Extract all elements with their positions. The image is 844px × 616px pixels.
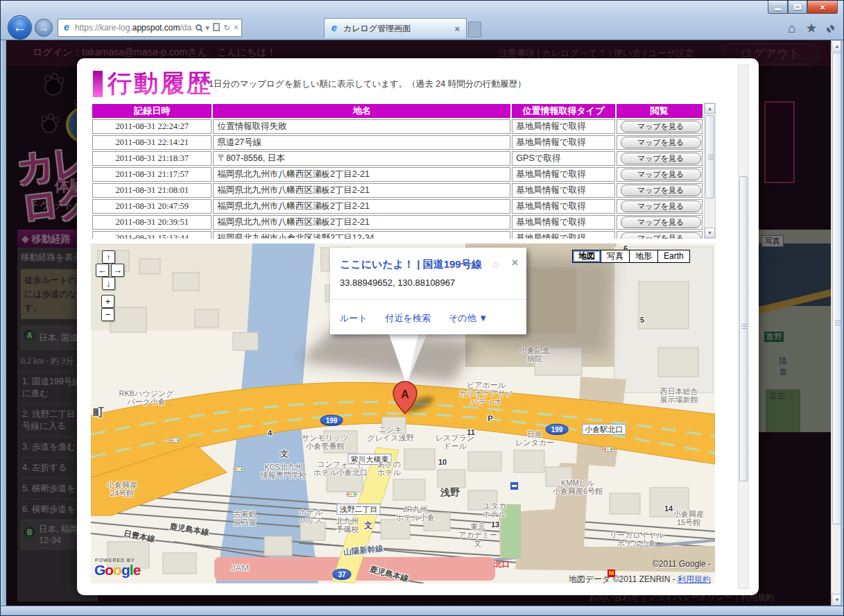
table-row: 2011-08-31 20:47:59福岡県北九州市八幡西区瀬板2丁目2-21基…	[92, 199, 703, 214]
bookmark-star-icon[interactable]: ☆	[491, 259, 500, 271]
terms-link[interactable]: 利用規約	[678, 574, 711, 583]
pan-left-button[interactable]: ←	[96, 264, 109, 277]
stop-button[interactable]: ×	[234, 23, 239, 33]
home-icon[interactable]: ⌂	[784, 20, 800, 37]
cell-place-name: 福岡県北九州市八幡西区瀬板2丁目2-21	[213, 183, 510, 198]
gear-icon	[827, 25, 834, 33]
zoom-out-button[interactable]: −	[101, 308, 114, 321]
window-frame-right	[841, 40, 843, 616]
zoom-in-button[interactable]: +	[101, 295, 114, 308]
ie-favicon: e	[61, 22, 72, 33]
google-logo-letter: g	[121, 562, 130, 578]
window-maximize-button[interactable]	[788, 1, 807, 14]
search-icon[interactable]	[196, 23, 202, 33]
url-domain: appspot.com	[132, 23, 180, 33]
address-bar[interactable]: e https://kare-log.appspot.com/dashboard…	[58, 19, 242, 37]
history-table-body: 2011-08-31 22:24:27位置情報取得失敗基地局情報で取得マップを見…	[92, 119, 703, 239]
tab-close-button[interactable]: ×	[452, 24, 462, 34]
cell-record-time: 2011-08-31 21:17:57	[92, 167, 212, 182]
column-header-place: 地名	[213, 104, 510, 118]
refresh-button[interactable]: ↻	[223, 23, 230, 33]
tab-favicon: e	[329, 23, 340, 34]
cell-record-time: 2011-08-31 21:08:01	[92, 183, 212, 198]
table-header-row: 記録日時 地名 位置情報取得タイプ 閲覧	[92, 104, 703, 118]
info-window-close-icon[interactable]: ×	[512, 257, 518, 269]
column-header-type: 位置情報取得タイプ	[512, 104, 614, 118]
forward-arrow-icon: →	[39, 22, 49, 33]
google-logo-letter: G	[94, 562, 105, 578]
compatibility-view-icon[interactable]	[213, 23, 220, 33]
modal-title: 行動履歴	[107, 67, 213, 100]
view-map-button[interactable]: マップを見る	[621, 121, 701, 132]
view-map-button[interactable]: マップを見る	[621, 232, 701, 239]
view-map-button[interactable]: マップを見る	[621, 200, 701, 212]
view-map-button[interactable]: マップを見る	[621, 137, 701, 148]
search-dropdown-icon[interactable]: ▾	[205, 23, 209, 33]
cell-record-time: 2011-08-31 15:13:44	[92, 231, 212, 239]
view-map-button[interactable]: マップを見る	[621, 153, 701, 164]
back-button[interactable]: ←	[8, 15, 32, 40]
map-type-button-地形[interactable]: 地形	[630, 250, 658, 263]
info-window-link[interactable]: 付近を検索	[386, 313, 431, 323]
cell-place-name: 福岡県北九州市小倉北区浅野2丁目12-34	[213, 231, 510, 239]
url-scheme: https://	[75, 23, 100, 33]
settings-gear-icon[interactable]	[822, 20, 838, 37]
cell-view: マップを見る	[617, 215, 703, 230]
browser-chrome: × ← → e https://kare-log.appspot.com/das…	[1, 1, 844, 40]
modal-scrollbar-thumb[interactable]	[739, 176, 748, 481]
tab-title: カレログ管理画面	[343, 23, 452, 35]
table-row: 2011-08-31 21:17:57福岡県北九州市八幡西区瀬板2丁目2-21基…	[92, 167, 703, 182]
info-window-link[interactable]: ルート	[340, 313, 368, 323]
map-type-button-地図[interactable]: 地図	[572, 250, 601, 263]
browser-tab[interactable]: e カレログ管理画面 ×	[324, 18, 467, 38]
pan-up-button[interactable]: ↑	[102, 250, 115, 264]
modal-description: 1日分のマップログを新しい順に表示しています。（過去 24 時間分の行動履歴）	[209, 78, 526, 90]
map-type-button-写真[interactable]: 写真	[601, 250, 630, 263]
window-frame-bottom	[1, 606, 844, 616]
window-close-button[interactable]: ×	[807, 1, 838, 14]
cell-location-type: 基地局情報で取得	[512, 231, 614, 239]
maximize-icon	[794, 4, 801, 10]
cell-view: マップを見る	[617, 183, 703, 198]
pan-right-button[interactable]: →	[111, 264, 124, 277]
view-map-button[interactable]: マップを見る	[621, 185, 701, 196]
pan-down-button[interactable]: ↓	[102, 277, 115, 290]
cell-location-type: 基地局情報で取得	[512, 119, 614, 134]
map-type-button-Earth[interactable]: Earth	[658, 250, 690, 263]
cell-view: マップを見る	[617, 199, 703, 214]
info-window: ここにいたよ！ | 国道199号線 ☆ × 33.88949652, 130.8…	[330, 248, 526, 334]
cell-location-type: 基地局情報で取得	[512, 199, 614, 214]
coordinates-text: 33.88949652, 130.88108967	[340, 277, 455, 288]
scroll-up-arrow[interactable]: ▲	[705, 103, 715, 114]
close-icon: ×	[820, 2, 825, 12]
cell-place-name: 位置情報取得失敗	[213, 119, 510, 134]
view-map-button[interactable]: マップを見る	[621, 216, 701, 228]
forward-button[interactable]: →	[35, 19, 53, 37]
map-copyright-1: ©2011 Google -	[653, 559, 711, 569]
modal-scrollbar[interactable]	[738, 65, 749, 589]
table-scrollbar[interactable]: ▲ ▼	[704, 103, 716, 239]
map-data-text: 地図データ ©2011 ZENRIN -	[569, 574, 678, 583]
cell-location-type: GPSで取得	[512, 151, 614, 166]
cell-record-time: 2011-08-31 21:18:37	[92, 151, 212, 166]
column-header-view: 閲覧	[617, 104, 703, 118]
url-subdomain: kare-log.	[100, 23, 132, 33]
info-window-link[interactable]: その他 ▼	[449, 313, 488, 323]
map-type-switcher: 地図写真地形Earth	[572, 250, 690, 263]
info-window-title: ここにいたよ！ | 国道199号線	[340, 258, 482, 271]
window-controls: ×	[768, 1, 838, 14]
view-map-button[interactable]: マップを見る	[621, 169, 701, 180]
cell-location-type: 基地局情報で取得	[512, 167, 614, 182]
cell-view: マップを見る	[617, 151, 703, 166]
cell-location-type: 基地局情報で取得	[512, 215, 614, 230]
favorites-star-icon[interactable]: ★	[803, 20, 820, 37]
table-scrollbar-thumb[interactable]	[705, 115, 714, 198]
magnifier-icon	[196, 24, 202, 31]
cell-view: マップを見る	[617, 167, 703, 182]
new-tab-button[interactable]	[468, 22, 481, 37]
cell-place-name: 福岡県北九州市八幡西区瀬板2丁目2-21	[213, 167, 510, 182]
scroll-down-arrow[interactable]: ▼	[705, 228, 715, 238]
browser-window: × ← → e https://kare-log.appspot.com/das…	[0, 0, 844, 616]
google-map[interactable]: 町RKBハウジングパーク小倉小倉興産24号館紫川大橋東KCS北九州情報専門学校文…	[91, 243, 715, 583]
window-minimize-button[interactable]	[768, 1, 788, 14]
